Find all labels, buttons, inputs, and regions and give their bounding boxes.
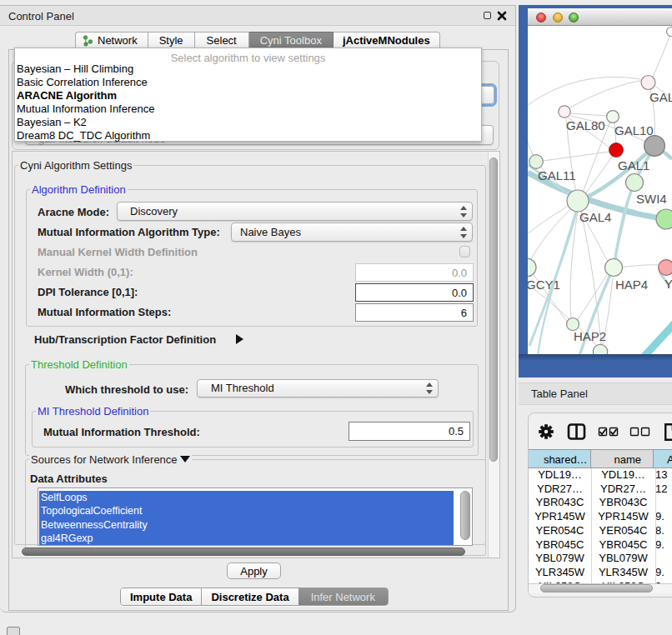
svg-text:HAP2: HAP2: [574, 329, 606, 343]
svg-text:GAL1: GAL1: [618, 158, 649, 172]
svg-text:GAL11: GAL11: [538, 168, 576, 182]
svg-text:GAL4: GAL4: [579, 210, 611, 224]
svg-text:GAL2: GAL2: [649, 90, 672, 104]
svg-text:GAL10: GAL10: [614, 123, 654, 138]
svg-text:Y: Y: [664, 277, 672, 291]
svg-text:GAL80: GAL80: [566, 118, 605, 132]
svg-text:SWI4: SWI4: [636, 192, 667, 206]
svg-text:GCY1: GCY1: [528, 278, 560, 292]
svg-text:HAP4: HAP4: [615, 278, 648, 292]
